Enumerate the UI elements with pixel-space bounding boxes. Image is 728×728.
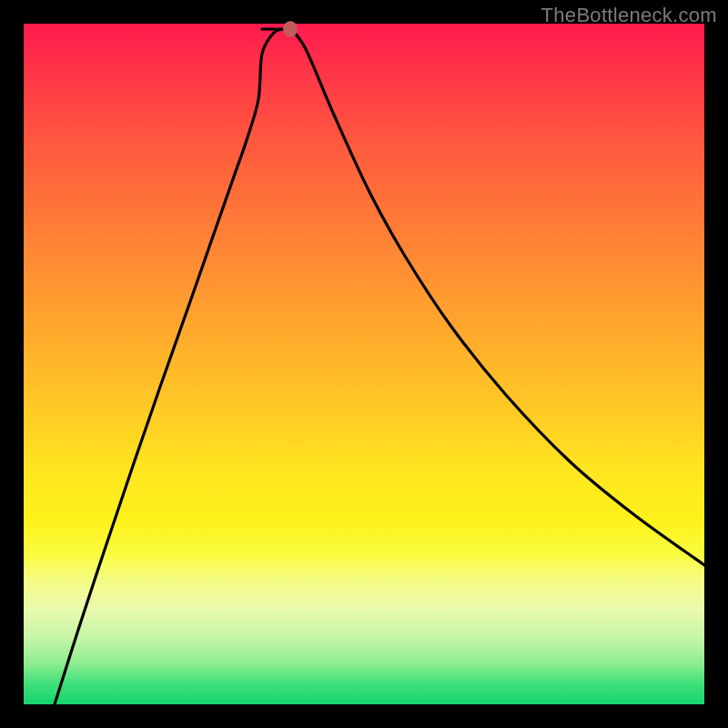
optimum-marker bbox=[283, 21, 298, 37]
chart-frame: TheBottleneck.com bbox=[0, 0, 728, 728]
bottleneck-curve bbox=[24, 24, 704, 704]
plot-area bbox=[24, 24, 704, 704]
